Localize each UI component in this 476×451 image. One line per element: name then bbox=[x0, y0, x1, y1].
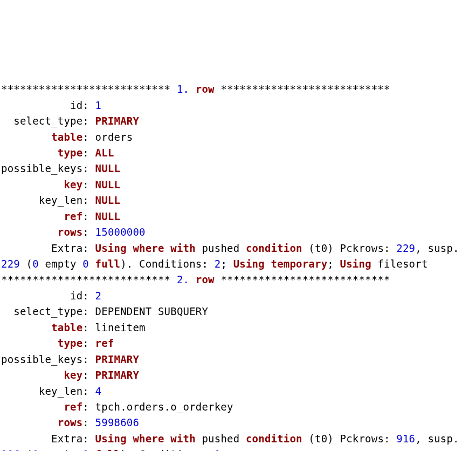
label-key-len: key_len: bbox=[1, 385, 95, 397]
label-id: id: bbox=[1, 290, 95, 302]
value-rows: 5998606 bbox=[95, 416, 139, 428]
value-select-type: DEPENDENT SUBQUERY bbox=[95, 305, 209, 317]
value-ref: NULL bbox=[95, 210, 121, 222]
value-pckrows: 916 bbox=[396, 433, 415, 445]
value-full: 0 bbox=[82, 258, 89, 270]
value-possible-keys: PRIMARY bbox=[95, 353, 139, 365]
row-word: row bbox=[196, 274, 215, 285]
value-susp: 916 bbox=[1, 448, 20, 451]
label-type: type bbox=[58, 337, 83, 349]
label-key-len: key_len: bbox=[1, 194, 95, 206]
label-key: key bbox=[64, 369, 82, 381]
value-empty: 0 bbox=[32, 448, 39, 451]
label-rows: rows bbox=[58, 416, 83, 428]
value-full: 0 bbox=[82, 448, 89, 451]
label-table: table bbox=[51, 131, 82, 143]
value-table: lineitem bbox=[95, 322, 146, 333]
row-number: 1. bbox=[177, 83, 189, 95]
row-word: row bbox=[196, 83, 215, 95]
value-susp: 229 bbox=[1, 258, 20, 270]
value-possible-keys: NULL bbox=[95, 162, 121, 174]
label-id: id: bbox=[1, 99, 95, 111]
label-ref: ref bbox=[64, 401, 82, 413]
label-type: type bbox=[58, 147, 83, 159]
label-table: table bbox=[51, 322, 82, 333]
value-id: 1 bbox=[95, 99, 102, 111]
value-id: 2 bbox=[95, 290, 102, 302]
label-ref: ref bbox=[64, 210, 82, 222]
value-key: NULL bbox=[95, 179, 121, 190]
value-table: orders bbox=[95, 131, 133, 143]
value-pckrows: 229 bbox=[396, 242, 415, 254]
label-key: key bbox=[64, 179, 82, 190]
value-type: ALL bbox=[95, 147, 114, 159]
label-rows: rows bbox=[58, 226, 83, 238]
row-number: 2. bbox=[177, 274, 189, 285]
value-key-len: 4 bbox=[95, 385, 102, 397]
label-select-type: select_type: bbox=[1, 305, 95, 317]
label-extra: Extra: bbox=[1, 242, 95, 254]
mysql-explain-output: *************************** 1. row *****… bbox=[0, 79, 474, 451]
label-possible-keys: possible_keys: bbox=[1, 162, 95, 174]
value-key-len: NULL bbox=[95, 194, 121, 206]
row-sep-stars: *************************** bbox=[1, 274, 177, 285]
value-conditions: 2 bbox=[215, 258, 221, 270]
value-conditions: 1 bbox=[215, 448, 221, 451]
value-ref: tpch.orders.o_orderkey bbox=[95, 401, 233, 413]
label-extra: Extra: bbox=[1, 433, 95, 445]
label-select-type: select_type: bbox=[1, 115, 95, 127]
row-sep-stars: *************************** bbox=[1, 83, 177, 95]
value-key: PRIMARY bbox=[95, 369, 139, 381]
value-rows: 15000000 bbox=[95, 226, 146, 238]
label-possible-keys: possible_keys: bbox=[1, 353, 95, 365]
value-empty: 0 bbox=[32, 258, 39, 270]
value-select-type: PRIMARY bbox=[95, 115, 139, 127]
value-type: ref bbox=[95, 337, 114, 349]
